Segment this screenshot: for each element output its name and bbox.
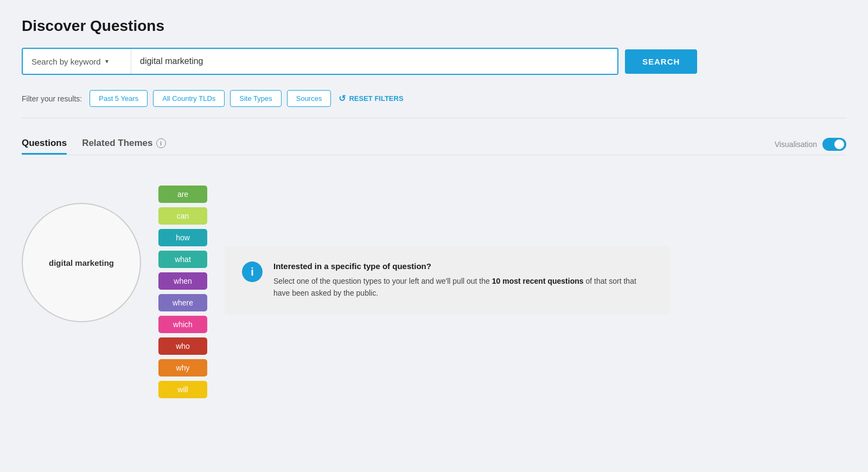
search-type-label: Search by keyword: [31, 57, 101, 66]
search-type-selector[interactable]: Search by keyword ▾: [23, 49, 131, 74]
question-type-who[interactable]: who: [158, 337, 207, 355]
filter-label: Filter your results:: [22, 94, 82, 103]
circle-label: digital marketing: [49, 258, 114, 267]
reset-filters-label: RESET FILTERS: [349, 94, 403, 103]
tabs-row: Questions Related Themes i Visualisation: [22, 133, 846, 155]
question-type-when[interactable]: when: [158, 272, 207, 290]
question-type-why[interactable]: why: [158, 359, 207, 377]
filter-site-types[interactable]: Site Types: [230, 90, 281, 107]
info-panel: i Interested in a specific type of quest…: [225, 246, 669, 315]
question-types-column: arecanhowwhatwhenwherewhichwhowhywill: [158, 181, 207, 398]
question-type-can[interactable]: can: [158, 207, 207, 225]
question-type-what[interactable]: what: [158, 251, 207, 268]
related-themes-info-icon: i: [156, 138, 166, 148]
search-bar-row: Search by keyword ▾ SEARCH: [22, 48, 846, 75]
filter-sources[interactable]: Sources: [287, 90, 331, 107]
visualisation-toggle[interactable]: [822, 138, 846, 151]
page-title: Discover Questions: [22, 17, 846, 35]
tab-related-themes[interactable]: Related Themes i: [82, 133, 165, 155]
filter-past-years[interactable]: Past 5 Years: [90, 90, 148, 107]
tabs-left: Questions Related Themes i: [22, 133, 181, 155]
chevron-down-icon: ▾: [105, 58, 108, 65]
question-type-where[interactable]: where: [158, 294, 207, 311]
page-container: Discover Questions Search by keyword ▾ S…: [0, 0, 868, 420]
filter-country-tlds[interactable]: All Country TLDs: [153, 90, 225, 107]
question-type-how[interactable]: how: [158, 229, 207, 246]
search-button[interactable]: SEARCH: [625, 49, 697, 74]
tabs-right: Visualisation: [775, 138, 846, 151]
visualisation-label: Visualisation: [775, 140, 817, 149]
info-panel-text: Interested in a specific type of questio…: [273, 261, 652, 299]
main-content: digital marketing arecanhowwhatwhenwhere…: [22, 168, 846, 398]
search-bar-wrapper: Search by keyword ▾: [22, 48, 618, 75]
info-panel-body: Select one of the question types to your…: [273, 275, 652, 299]
question-type-are[interactable]: are: [158, 186, 207, 203]
center-circle: digital marketing: [22, 203, 141, 322]
tabs-divider: [22, 155, 846, 155]
question-type-which[interactable]: which: [158, 316, 207, 333]
info-circle-icon: i: [242, 261, 263, 282]
reset-filters-button[interactable]: ↺ RESET FILTERS: [339, 93, 403, 104]
info-panel-title: Interested in a specific type of questio…: [273, 261, 652, 271]
tab-questions[interactable]: Questions: [22, 133, 67, 155]
reset-icon: ↺: [339, 93, 346, 104]
info-body-start: Select one of the question types to your…: [273, 277, 492, 285]
question-type-will[interactable]: will: [158, 381, 207, 398]
info-body-bold: 10 most recent questions: [492, 277, 584, 285]
filter-row: Filter your results: Past 5 Years All Co…: [22, 90, 846, 118]
search-input[interactable]: [131, 49, 617, 74]
